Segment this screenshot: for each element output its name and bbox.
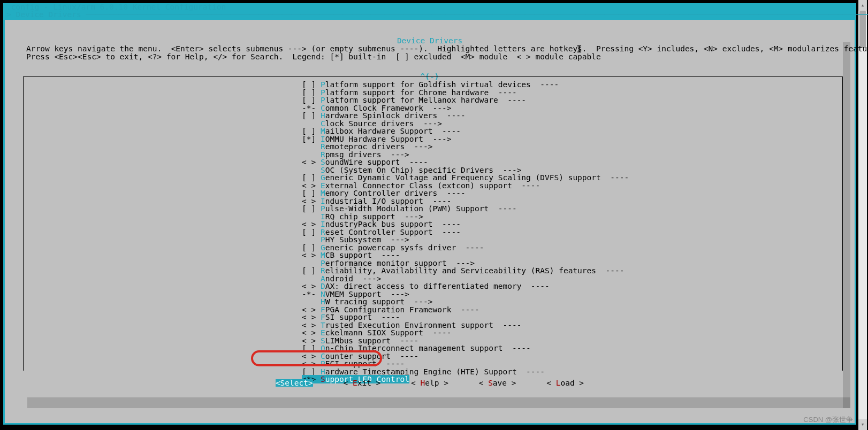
menu-item[interactable]: -*- Common Clock Framework ---> <box>26 104 840 112</box>
text-cursor-icon: I <box>576 45 582 53</box>
menu-item[interactable]: Clock Source drivers ---> <box>26 120 840 128</box>
save-hotkey: S <box>488 379 493 387</box>
menu-item[interactable]: < > Counter support ---- <box>26 352 840 360</box>
load-hotkey: L <box>556 379 561 387</box>
menu-item[interactable]: [ ] Hardware Timestamping Engine (HTE) S… <box>26 368 840 376</box>
select-button[interactable]: <Select> <box>276 379 313 387</box>
menu-item[interactable]: Android ---> <box>26 275 840 283</box>
terminal-window: .config - Linux/arm 6.0.10 Kernel Config… <box>3 3 856 425</box>
menu-item[interactable]: SOC (System On Chip) specific Drivers --… <box>26 166 840 174</box>
instructions-line-1: Arrow keys navigate the menu. <Enter> se… <box>26 45 833 53</box>
save-button[interactable]: < Save > <box>479 379 516 387</box>
menu-item[interactable]: [ ] On-Chip Interconnect management supp… <box>26 344 840 352</box>
menu-item[interactable]: < > IndustryPack bus support ---- <box>26 220 840 228</box>
menu-item[interactable]: < > Industrial I/O support ---- <box>26 197 840 205</box>
menu-item[interactable]: -*- NVMEM Support ---> <box>26 290 840 298</box>
button-bar: <Select> < Exit > < Help > < Save > < Lo… <box>5 379 855 387</box>
menu-item[interactable]: [ ] Generic powercap sysfs driver ---- <box>26 244 840 252</box>
menu-title: Device Drivers <box>5 37 855 45</box>
menu-item[interactable]: [ ] Mailbox Hardware Support ---- <box>26 127 840 135</box>
browser-scrollbar[interactable]: ▴ ▾ <box>858 0 867 430</box>
scroll-up-icon[interactable]: ▴ <box>858 0 867 11</box>
help-button[interactable]: < Help > <box>411 379 448 387</box>
menu-item[interactable]: < > FSI support ---- <box>26 313 840 321</box>
menu-item[interactable]: < > DAX: direct access to differentiated… <box>26 282 840 290</box>
menu-item[interactable]: [ ] Hardware Spinlock drivers ---- <box>26 112 840 120</box>
load-button[interactable]: < Load > <box>546 379 584 387</box>
menu-item[interactable]: < > Trusted Execution Environment suppor… <box>26 321 840 329</box>
scroll-down-icon[interactable]: ▾ <box>858 419 867 430</box>
breadcrumb: > Device Drivers ───────────────────────… <box>6 11 868 19</box>
menu-item[interactable]: < > MCB support ---- <box>26 251 840 259</box>
menu-item[interactable]: [ ] Reset Controller Support ---- <box>26 228 840 236</box>
drop-shadow-bottom <box>27 397 850 408</box>
menu-item[interactable]: < > Eckelmann SIOX Support ---- <box>26 329 840 337</box>
menu-item[interactable]: Performance monitor support ---> <box>26 259 840 267</box>
drop-shadow-right <box>843 42 850 408</box>
menu-item[interactable]: < > FPGA Configuration Framework ---- <box>26 306 840 314</box>
exit-button[interactable]: < Exit > <box>343 379 380 387</box>
watermark: CSDN @张世争 <box>803 416 853 424</box>
menu-item[interactable]: < > SLIMbus support ---- <box>26 337 840 345</box>
menu-item[interactable]: [*] IOMMU Hardware Support ---> <box>26 135 840 143</box>
menu-item[interactable]: [ ] Platform support for Chrome hardware… <box>26 89 840 97</box>
menu-item[interactable]: PHY Subsystem ---> <box>26 236 840 244</box>
menu-item[interactable]: < > SoundWire support ---- <box>26 158 840 166</box>
instructions-line-2: Press <Esc><Esc> to exit, <?> for Help, … <box>26 53 833 61</box>
help-hotkey: H <box>421 379 425 387</box>
menu-item[interactable]: IRQ chip support ---> <box>26 213 840 221</box>
menu-item[interactable]: [ ] Reliability, Availability and Servic… <box>26 267 840 275</box>
menu-item[interactable]: [ ] Pulse-Width Modulation (PWM) Support… <box>26 205 840 213</box>
menu-item[interactable]: [ ] Platform support for Goldfish virtua… <box>26 81 840 89</box>
menu-item[interactable]: [ ] Memory Controller drivers ---- <box>26 189 840 197</box>
exit-hotkey: E <box>353 379 357 387</box>
menu-item[interactable]: Remoteproc drivers ---> <box>26 143 840 151</box>
menu-item[interactable]: [ ] Platform support for Mellanox hardwa… <box>26 96 840 104</box>
menu-item[interactable]: Rpmsg drivers ---> <box>26 151 840 159</box>
menu-item[interactable]: < > PECI support ---- <box>26 360 840 368</box>
menu-list[interactable]: [ ] Platform support for Goldfish virtua… <box>26 81 840 367</box>
menu-item[interactable]: < > External Connector Class (extcon) su… <box>26 182 840 190</box>
menu-item[interactable]: [ ] Generic Dynamic Voltage and Frequenc… <box>26 174 840 182</box>
menu-item[interactable]: HW tracing support ---> <box>26 298 840 306</box>
